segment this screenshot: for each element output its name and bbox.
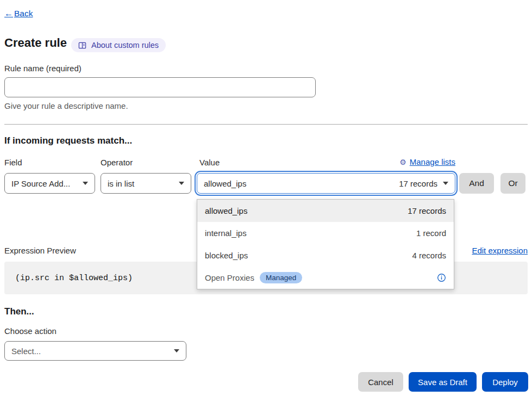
value-select-meta: 17 records	[399, 179, 437, 188]
book-icon	[78, 41, 86, 50]
operator-select[interactable]: is in list	[101, 173, 191, 194]
about-custom-rules-link[interactable]: About custom rules	[71, 38, 166, 52]
cancel-button[interactable]: Cancel	[358, 372, 403, 392]
managed-badge: Managed	[260, 272, 302, 283]
rule-name-label: Rule name (required)	[4, 64, 82, 73]
rule-name-helper: Give your rule a descriptive name.	[4, 101, 128, 110]
chevron-down-icon	[179, 182, 184, 185]
chevron-down-icon	[443, 182, 448, 185]
action-select[interactable]: Select...	[4, 341, 186, 361]
about-label: About custom rules	[91, 41, 159, 50]
field-label: Field	[4, 158, 22, 167]
list-item-allowed-ips[interactable]: allowed_ips 17 records	[197, 200, 454, 222]
list-item-name: Open Proxies	[205, 273, 254, 282]
list-item-meta: 4 records	[412, 251, 446, 260]
list-item-meta: 1 record	[416, 228, 446, 238]
expression-preview-label: Expression Preview	[4, 246, 76, 255]
edit-expression-link[interactable]: Edit expression	[472, 246, 528, 255]
or-button[interactable]: Or	[500, 173, 525, 194]
field-select-value: IP Source Add...	[11, 179, 70, 188]
value-label: Value	[199, 158, 220, 167]
list-item-blocked-ips[interactable]: blocked_ips 4 records	[197, 244, 454, 267]
choose-action-label: Choose action	[4, 326, 57, 336]
gear-icon: ⚙	[399, 158, 406, 166]
info-icon[interactable]	[437, 273, 446, 282]
list-item-name: blocked_ips	[205, 251, 248, 260]
section-divider	[4, 124, 528, 125]
and-button[interactable]: And	[459, 173, 494, 194]
page-title: Create rule	[4, 36, 67, 50]
chevron-down-icon	[83, 182, 88, 185]
save-as-draft-button[interactable]: Save as Draft	[409, 372, 477, 392]
match-section-title: If incoming requests match...	[4, 135, 132, 146]
list-item-open-proxies[interactable]: Open Proxies Managed	[197, 267, 454, 289]
deploy-button[interactable]: Deploy	[482, 372, 528, 392]
chevron-down-icon	[174, 349, 179, 352]
list-item-meta: 17 records	[408, 206, 446, 215]
back-link[interactable]: ← Back	[4, 9, 33, 18]
manage-lists-label: Manage lists	[410, 157, 455, 166]
list-item-name: internal_ips	[205, 228, 247, 238]
operator-select-value: is in list	[108, 179, 134, 188]
expression-code: (ip.src in $allowed_ips)	[15, 274, 133, 283]
manage-lists-link[interactable]: ⚙ Manage lists	[399, 157, 455, 166]
rule-name-input[interactable]	[4, 77, 316, 97]
back-label: Back	[14, 9, 33, 18]
operator-label: Operator	[101, 158, 133, 167]
then-section-title: Then...	[4, 306, 34, 317]
list-item-name: allowed_ips	[205, 206, 247, 215]
field-select[interactable]: IP Source Add...	[4, 173, 95, 194]
back-arrow-icon: ←	[4, 9, 13, 18]
list-item-internal-ips[interactable]: internal_ips 1 record	[197, 222, 454, 244]
list-dropdown: allowed_ips 17 records internal_ips 1 re…	[197, 199, 454, 289]
value-select[interactable]: allowed_ips 17 records	[197, 173, 455, 194]
value-select-value: allowed_ips	[204, 179, 246, 188]
action-select-placeholder: Select...	[11, 347, 41, 356]
create-rule-page: ← Back Create rule About custom rules Ru…	[0, 0, 532, 402]
